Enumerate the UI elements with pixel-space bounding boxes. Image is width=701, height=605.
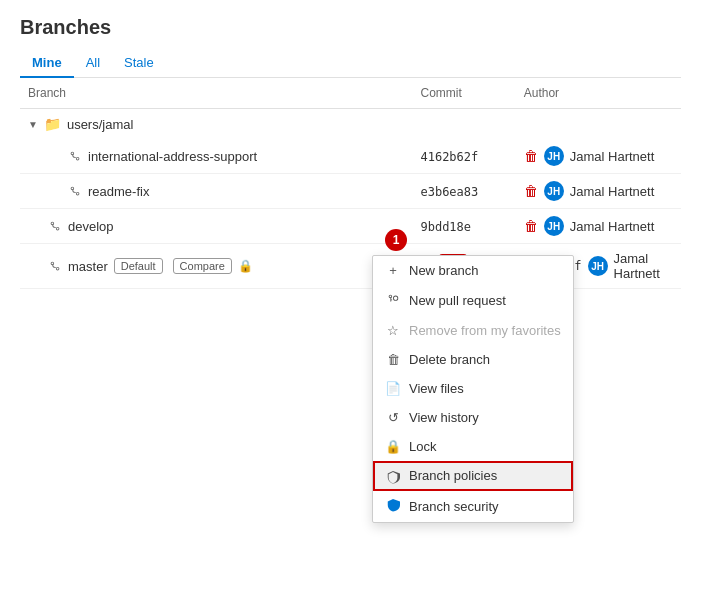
delete-icon[interactable]: 🗑 — [524, 148, 538, 164]
branch-row-international: international-address-support 4162b62f 🗑… — [20, 139, 681, 174]
branches-table: Branch Commit Author ▼ 📁 users/jamal — [20, 78, 681, 289]
menu-item-new-branch[interactable]: + New branch — [373, 256, 573, 285]
menu-item-branch-policies[interactable]: Branch policies — [373, 461, 573, 491]
branch-name: develop — [68, 219, 114, 234]
star-outline-icon: ☆ — [385, 323, 401, 338]
trash-icon: 🗑 — [385, 352, 401, 367]
branch-row-master: master Default Compare 🔒 ★ ··· 4162b62f — [20, 244, 681, 289]
delete-icon[interactable]: 🗑 — [524, 218, 538, 234]
author-cell: 🗑 JH Jamal Hartnett — [524, 216, 673, 236]
menu-item-delete-branch[interactable]: 🗑 Delete branch — [373, 345, 573, 374]
folder-icon: 📁 — [44, 116, 61, 132]
author-name: Jamal Hartnett — [614, 251, 673, 281]
menu-item-remove-favorites: ☆ Remove from my favorites — [373, 316, 573, 345]
branch-name: international-address-support — [88, 149, 257, 164]
menu-item-label: View files — [409, 381, 464, 396]
branch-icon — [68, 184, 82, 198]
author-cell: 🗑 JH Jamal Hartnett — [524, 181, 673, 201]
folder-name-cell: ▼ 📁 users/jamal — [28, 116, 673, 132]
branch-name-cell: master Default Compare 🔒 — [28, 258, 404, 274]
branch-name-cell: develop — [28, 219, 404, 234]
avatar: JH — [544, 146, 564, 166]
tabs-bar: Mine All Stale — [20, 49, 681, 78]
commit-hash: e3b6ea83 — [420, 185, 478, 199]
plus-icon: + — [385, 263, 401, 278]
compare-button[interactable]: Compare — [173, 258, 232, 274]
menu-item-branch-security[interactable]: Branch security — [373, 491, 573, 522]
col-header-branch: Branch — [20, 78, 412, 109]
author-name: Jamal Hartnett — [570, 219, 655, 234]
branch-name-cell: international-address-support — [28, 149, 404, 164]
menu-item-label: Lock — [409, 439, 436, 454]
branch-row-readme-fix: readme-fix e3b6ea83 🗑 JH Jamal Hartnett — [20, 174, 681, 209]
tab-stale[interactable]: Stale — [112, 49, 166, 78]
tab-mine[interactable]: Mine — [20, 49, 74, 78]
pull-request-icon — [385, 292, 401, 309]
page-container: Branches Mine All Stale Branch Commit Au… — [0, 0, 701, 305]
author-cell: 🗑 JH Jamal Hartnett — [524, 146, 673, 166]
context-menu: + New branch New pull request ☆ Remove f… — [372, 255, 574, 523]
commit-hash: 9bdd18e — [420, 220, 471, 234]
menu-item-view-files[interactable]: 📄 View files — [373, 374, 573, 403]
avatar: JH — [544, 216, 564, 236]
branch-icon — [68, 149, 82, 163]
folder-row-users-jamal: ▼ 📁 users/jamal — [20, 109, 681, 140]
delete-icon[interactable]: 🗑 — [524, 183, 538, 199]
branch-row-develop: develop 9bdd18e 🗑 JH Jamal Hartnett — [20, 209, 681, 244]
menu-item-label: New pull request — [409, 293, 506, 308]
branch-icon — [48, 259, 62, 273]
branch-name: readme-fix — [88, 184, 149, 199]
policy-icon — [385, 468, 401, 484]
menu-item-view-history[interactable]: ↺ View history — [373, 403, 573, 432]
commit-hash: 4162b62f — [420, 150, 478, 164]
menu-item-label: Remove from my favorites — [409, 323, 561, 338]
security-icon — [385, 498, 401, 515]
folder-label: users/jamal — [67, 117, 133, 132]
step-badge-1: 1 — [385, 229, 407, 251]
menu-item-lock[interactable]: 🔒 Lock — [373, 432, 573, 461]
menu-item-new-pull-request[interactable]: New pull request — [373, 285, 573, 316]
default-badge: Default — [114, 258, 163, 274]
branch-name-cell: readme-fix — [28, 184, 404, 199]
chevron-down-icon[interactable]: ▼ — [28, 119, 38, 130]
menu-item-label: Branch policies — [409, 468, 497, 483]
author-name: Jamal Hartnett — [570, 184, 655, 199]
col-header-commit: Commit — [412, 78, 515, 109]
avatar: JH — [588, 256, 608, 276]
branch-name: master — [68, 259, 108, 274]
file-icon: 📄 — [385, 381, 401, 396]
history-icon: ↺ — [385, 410, 401, 425]
author-name: Jamal Hartnett — [570, 149, 655, 164]
menu-item-label: Delete branch — [409, 352, 490, 367]
avatar: JH — [544, 181, 564, 201]
menu-item-label: Branch security — [409, 499, 499, 514]
page-title: Branches — [20, 16, 681, 39]
col-header-author: Author — [516, 78, 681, 109]
tab-all[interactable]: All — [74, 49, 112, 78]
menu-item-label: View history — [409, 410, 479, 425]
lock-icon[interactable]: 🔒 — [238, 259, 253, 273]
menu-item-label: New branch — [409, 263, 478, 278]
lock-menu-icon: 🔒 — [385, 439, 401, 454]
branch-icon — [48, 219, 62, 233]
